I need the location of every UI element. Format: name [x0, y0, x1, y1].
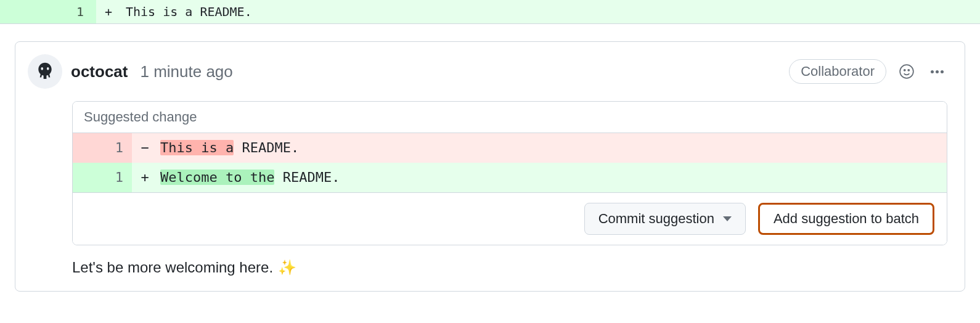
suggestion-footer: Commit suggestion Add suggestion to batc… [73, 192, 947, 245]
add-suggestion-to-batch-button[interactable]: Add suggestion to batch [758, 203, 934, 235]
suggested-change-box: Suggested change 1 − This is a README. 1… [72, 101, 947, 245]
comment-body: Let's be more welcoming here. ✨ [72, 259, 947, 276]
sparkle-emoji: ✨ [278, 259, 296, 276]
diff-marker-del: − [132, 133, 158, 163]
diff-code: Welcome to the README. [158, 163, 947, 192]
diff-marker-add: + [96, 0, 121, 23]
avatar[interactable] [28, 54, 62, 89]
file-diff-line: 1 + This is a README. [0, 0, 980, 24]
add-reaction-button[interactable] [895, 60, 918, 83]
comment-author[interactable]: octocat [71, 62, 128, 81]
line-number: 1 [0, 0, 96, 23]
comment-menu-button[interactable] [927, 67, 947, 77]
octocat-icon [33, 60, 57, 83]
svg-point-1 [900, 65, 913, 78]
kebab-icon [931, 70, 944, 73]
review-comment: octocat 1 minute ago Collaborator Sugges… [15, 41, 965, 292]
svg-point-2 [904, 70, 905, 71]
button-label: Commit suggestion [598, 211, 714, 227]
caret-down-icon [723, 216, 732, 221]
commit-suggestion-button[interactable]: Commit suggestion [584, 203, 746, 235]
suggestion-title: Suggested change [73, 102, 947, 133]
comment-header: octocat 1 minute ago Collaborator [28, 54, 947, 89]
smiley-icon [899, 63, 915, 80]
diff-deletion-row: 1 − This is a README. [73, 133, 947, 163]
diff-marker-add: + [132, 163, 158, 192]
line-number: 1 [73, 133, 132, 163]
svg-point-3 [908, 70, 909, 71]
diff-code: This is a README. [158, 133, 947, 163]
role-badge: Collaborator [789, 59, 886, 84]
button-label: Add suggestion to batch [774, 211, 919, 227]
diff-code: This is a README. [121, 0, 980, 23]
comment-timestamp[interactable]: 1 minute ago [140, 62, 232, 81]
diff-addition-row: 1 + Welcome to the README. [73, 163, 947, 192]
comment-text: Let's be more welcoming here. [72, 259, 273, 276]
line-number: 1 [73, 163, 132, 192]
